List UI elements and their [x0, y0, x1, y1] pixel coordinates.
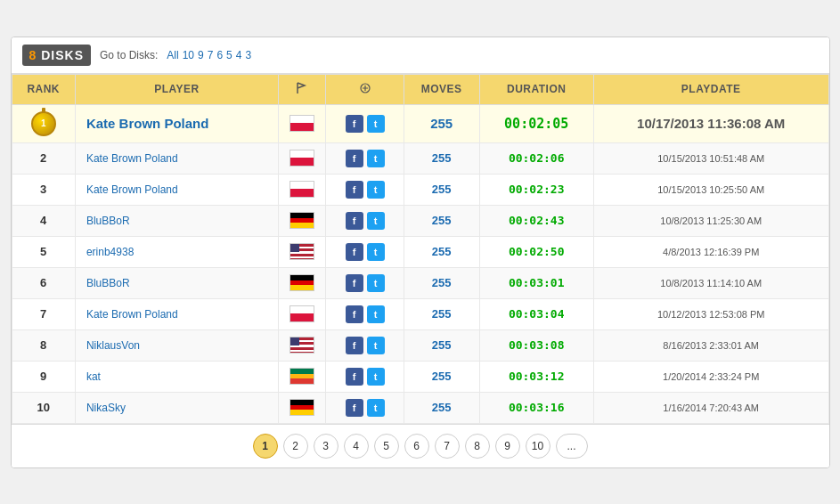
flag-cell [278, 267, 325, 298]
twitter-icon[interactable]: t [367, 243, 385, 261]
player-name-cell: kat [75, 361, 278, 392]
moves-cell: 255 [404, 392, 479, 423]
col-rank: RANK [12, 74, 75, 104]
goto-label: Go to Disks: [100, 49, 158, 61]
facebook-icon[interactable]: f [346, 399, 363, 417]
social-cell: f t [326, 267, 404, 298]
social-cell: f t [326, 174, 404, 205]
page-btn-6[interactable]: 6 [404, 434, 429, 459]
facebook-icon[interactable]: f [346, 150, 363, 167]
table-row: 1 Kate Brown Poland f t 255 00:02:05 10/… [12, 104, 828, 142]
leaderboard-table: RANK PLAYER MOVES DURATION PLAYDATE [12, 74, 829, 424]
table-row: 8 NiklausVon f t 255 00:03:08 8/16/2013 … [12, 329, 828, 361]
twitter-icon[interactable]: t [367, 368, 385, 386]
flag-cell [278, 205, 325, 236]
flag-cell [278, 104, 325, 142]
flag-cell [278, 392, 325, 423]
twitter-icon[interactable]: t [367, 212, 385, 230]
rank-cell: 6 [12, 267, 75, 298]
social-icons: f t [333, 305, 396, 323]
playdate-cell: 10/17/2013 11:36:08 AM [593, 104, 828, 142]
page-btn-5[interactable]: 5 [374, 434, 399, 459]
page-btn-9[interactable]: 9 [495, 434, 520, 459]
moves-cell: 255 [404, 361, 479, 392]
page-btn-3[interactable]: 3 [314, 434, 338, 459]
social-cell: f t [326, 205, 404, 236]
duration-cell: 00:02:06 [479, 142, 593, 174]
disk-link-10[interactable]: 10 [183, 49, 194, 61]
table-row: 2 Kate Brown Poland f t 255 00:02:06 10/… [12, 142, 828, 174]
page-btn-7[interactable]: 7 [435, 434, 460, 459]
table-row: 4 BluBBoR f t 255 00:02:43 10/8/2013 11:… [12, 205, 828, 236]
facebook-icon[interactable]: f [346, 305, 363, 323]
disk-link-7[interactable]: 7 [208, 49, 214, 61]
flag-cell [278, 142, 325, 174]
twitter-icon[interactable]: t [367, 337, 385, 354]
social-icons: f t [333, 274, 396, 292]
moves-cell: 255 [404, 298, 479, 329]
table-row: 5 erinb4938 f t 255 00:02:50 4/8/2013 12… [12, 236, 828, 267]
player-name-cell: Kate Brown Poland [75, 104, 278, 142]
social-icons: f t [333, 337, 396, 354]
player-name-cell: erinb4938 [75, 236, 278, 267]
moves-cell: 255 [404, 236, 479, 267]
twitter-icon[interactable]: t [367, 150, 385, 167]
social-icons: f t [333, 181, 396, 199]
table-row: 9 kat f t 255 00:03:12 1/20/2014 2:33:24… [12, 361, 828, 392]
disk-link-6[interactable]: 6 [216, 49, 223, 61]
duration-cell: 00:03:08 [479, 329, 593, 361]
social-icons: f t [333, 368, 396, 386]
rank-cell: 4 [12, 205, 75, 236]
page-btn-4[interactable]: 4 [344, 434, 369, 459]
page-btn-2[interactable]: 2 [283, 434, 308, 459]
disk-link-3[interactable]: 3 [245, 49, 251, 61]
disk-link-all[interactable]: All [167, 49, 178, 61]
facebook-icon[interactable]: f [346, 274, 363, 292]
disk-link-9[interactable]: 9 [198, 49, 204, 61]
facebook-icon[interactable]: f [346, 115, 363, 133]
facebook-icon[interactable]: f [346, 243, 363, 261]
social-icons: f t [333, 399, 396, 417]
col-playdate: PLAYDATE [593, 74, 828, 104]
facebook-icon[interactable]: f [346, 337, 363, 354]
facebook-icon[interactable]: f [346, 212, 363, 230]
player-name-cell: Kate Brown Poland [75, 142, 278, 174]
logo-text: 8 [29, 48, 37, 62]
flag-cell [278, 298, 325, 329]
twitter-icon[interactable]: t [367, 305, 385, 323]
twitter-icon[interactable]: t [367, 274, 385, 292]
duration-cell: 00:02:50 [479, 236, 593, 267]
page-btn-8[interactable]: 8 [465, 434, 490, 459]
twitter-icon[interactable]: t [367, 399, 385, 417]
disk-link-4[interactable]: 4 [236, 49, 242, 61]
playdate-cell: 10/15/2013 10:51:48 AM [593, 142, 828, 174]
moves-cell: 255 [404, 142, 479, 174]
page-btn-ellipsis[interactable]: ... [556, 434, 588, 459]
player-name-cell: NikaSky [75, 392, 278, 423]
rank-cell: 2 [12, 142, 75, 174]
twitter-icon[interactable]: t [367, 181, 385, 199]
disk-link-5[interactable]: 5 [226, 49, 232, 61]
table-row: 6 BluBBoR f t 255 00:03:01 10/8/2013 11:… [12, 267, 828, 298]
social-cell: f t [326, 298, 404, 329]
moves-cell: 255 [404, 267, 479, 298]
social-cell: f t [326, 236, 404, 267]
page-btn-1[interactable]: 1 [253, 434, 278, 459]
playdate-cell: 8/16/2013 2:33:01 AM [593, 329, 828, 361]
header-bar: 8 DISKS Go to Disks: All 10 9 7 6 5 4 3 [12, 37, 829, 74]
moves-cell: 255 [404, 104, 479, 142]
facebook-icon[interactable]: f [346, 181, 363, 199]
twitter-icon[interactable]: t [367, 115, 385, 133]
table-row: 3 Kate Brown Poland f t 255 00:02:23 10/… [12, 174, 828, 205]
playdate-cell: 10/8/2013 11:14:10 AM [593, 267, 828, 298]
rank-cell: 3 [12, 174, 75, 205]
duration-cell: 00:02:05 [479, 104, 593, 142]
page-btn-10[interactable]: 10 [526, 434, 550, 459]
duration-cell: 00:03:12 [479, 361, 593, 392]
col-moves: MOVES [404, 74, 479, 104]
moves-cell: 255 [404, 205, 479, 236]
facebook-icon[interactable]: f [346, 368, 363, 386]
player-name-cell: Kate Brown Poland [75, 174, 278, 205]
flag-cell [278, 174, 325, 205]
social-cell: f t [326, 104, 404, 142]
